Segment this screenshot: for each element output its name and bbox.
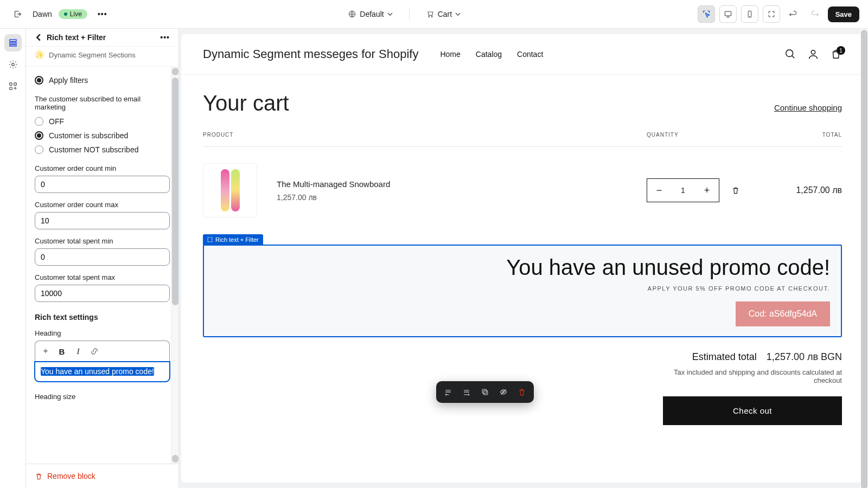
move-up-icon[interactable] — [443, 387, 454, 397]
context-selector[interactable]: Default — [342, 7, 398, 22]
rte-bold-icon[interactable]: B — [55, 344, 69, 358]
exit-icon[interactable] — [9, 5, 26, 23]
subscribe-no-option[interactable]: Customer NOT subscribed — [35, 143, 170, 157]
svg-rect-6 — [9, 42, 16, 44]
cart-item-row: The Multi-managed Snowboard 1,257.00 лв … — [203, 147, 842, 245]
product-image[interactable] — [203, 163, 257, 217]
subscribe-group-label: The customer subscribed to email marketi… — [35, 95, 170, 111]
panel-more-icon[interactable]: ••• — [160, 33, 170, 42]
spent-min-label: Customer total spent min — [35, 237, 170, 245]
subscribe-off-option[interactable]: OFF — [35, 114, 170, 129]
svg-point-8 — [11, 63, 14, 66]
panel-title: Rich text + Filter — [47, 33, 156, 42]
product-name[interactable]: The Multi-managed Snowboard — [277, 179, 647, 189]
order-max-input[interactable] — [35, 212, 170, 229]
duplicate-icon[interactable] — [480, 387, 490, 397]
svg-point-12 — [786, 50, 793, 57]
segment-subtext: APPLY YOUR 5% OFF PROMO CODE AT CHECKOUT… — [215, 285, 830, 292]
qty-plus-button[interactable]: + — [695, 179, 719, 202]
app-section-label: ✨ Dynamic Segment Sections — [26, 47, 178, 67]
cart-bag-icon[interactable]: 1 — [830, 48, 842, 60]
trash-icon — [35, 472, 43, 480]
quantity-stepper: − 1 + — [647, 178, 719, 202]
svg-rect-10 — [14, 83, 16, 86]
rte-section-title: Rich text settings — [35, 313, 170, 322]
live-badge: Live — [59, 9, 87, 19]
delete-block-icon[interactable] — [516, 387, 527, 397]
page-selector[interactable]: Cart — [420, 7, 466, 22]
checkout-button[interactable]: Check out — [663, 396, 842, 425]
cart-icon — [426, 10, 435, 18]
chevron-down-icon — [387, 11, 393, 17]
preview-area: Dynamic Segment messeges for Shopify Hom… — [179, 29, 868, 488]
svg-rect-5 — [9, 40, 16, 42]
svg-rect-11 — [9, 87, 12, 90]
settings-icon[interactable] — [4, 56, 22, 73]
rte-italic-icon[interactable]: I — [71, 344, 85, 358]
cart-count-badge: 1 — [837, 46, 845, 55]
rte-toolbar: B I — [35, 341, 170, 362]
move-down-icon[interactable] — [461, 387, 472, 397]
inspector-icon[interactable] — [698, 5, 715, 23]
product-price: 1,257.00 лв — [277, 193, 647, 202]
settings-panel: Rich text + Filter ••• ✨ Dynamic Segment… — [26, 29, 179, 488]
globe-icon — [348, 10, 356, 18]
save-button[interactable]: Save — [828, 7, 859, 22]
undo-icon[interactable] — [784, 5, 802, 23]
rte-ai-icon[interactable] — [39, 344, 53, 358]
est-total-value: 1,257.00 лв BGN — [767, 351, 842, 363]
cart-columns: PRODUCT QUANTITY TOTAL — [203, 132, 842, 147]
nav-rail — [0, 29, 26, 488]
store-nav: Home Catalog Contact — [440, 50, 543, 59]
more-icon[interactable]: ••• — [94, 5, 111, 23]
remove-item-button[interactable] — [731, 186, 740, 195]
continue-shopping-link[interactable]: Continue shopping — [774, 103, 842, 112]
mobile-icon[interactable] — [741, 5, 758, 23]
order-min-input[interactable] — [35, 176, 170, 193]
svg-rect-3 — [725, 11, 731, 16]
nav-home[interactable]: Home — [440, 50, 460, 59]
sidebar-scrollbar[interactable] — [171, 67, 178, 464]
qty-value[interactable]: 1 — [671, 186, 695, 195]
remove-block-button[interactable]: Remove block — [35, 472, 170, 480]
qty-minus-button[interactable]: − — [647, 179, 671, 202]
subscribe-yes-option[interactable]: Customer is subscribed — [35, 129, 170, 143]
segment-code: Cod: aS6dfg54dA — [736, 301, 830, 326]
segment-heading: You have an unused promo code! — [215, 255, 830, 280]
svg-rect-9 — [9, 83, 12, 86]
nav-contact[interactable]: Contact — [517, 50, 543, 59]
heading-input[interactable]: You have an unused promo code! — [35, 362, 170, 382]
tax-note: Tax included and shipping and discounts … — [663, 368, 842, 384]
fullscreen-icon[interactable] — [763, 5, 780, 23]
order-min-label: Customer order count min — [35, 164, 170, 172]
back-icon[interactable] — [35, 34, 42, 41]
sections-icon[interactable] — [4, 34, 22, 52]
store-header: Dynamic Segment messeges for Shopify Hom… — [181, 34, 864, 75]
preview-scrollbar[interactable] — [860, 29, 868, 488]
page-title: Your cart — [203, 91, 289, 115]
account-icon[interactable] — [807, 48, 819, 60]
svg-point-2 — [431, 16, 432, 17]
svg-rect-15 — [482, 389, 486, 393]
svg-rect-7 — [9, 45, 16, 47]
segment-rich-text-block[interactable]: Rich text + Filter You have an unused pr… — [203, 245, 842, 337]
hide-icon[interactable] — [498, 387, 509, 397]
svg-rect-16 — [484, 391, 488, 395]
spent-max-input[interactable] — [35, 285, 170, 302]
line-total: 1,257.00 лв — [766, 185, 842, 195]
svg-rect-14 — [208, 237, 212, 242]
spent-min-input[interactable] — [35, 248, 170, 266]
apply-filters-option[interactable]: Apply filters — [35, 73, 170, 87]
heading-size-label: Heading size — [35, 393, 170, 401]
desktop-icon[interactable] — [719, 5, 737, 23]
rte-link-icon[interactable] — [87, 344, 101, 358]
spent-max-label: Customer total spent max — [35, 273, 170, 281]
order-max-label: Customer order count max — [35, 201, 170, 209]
apps-icon[interactable] — [4, 78, 22, 95]
redo-icon[interactable] — [806, 5, 824, 23]
theme-name: Dawn — [33, 10, 52, 18]
search-icon[interactable] — [784, 48, 796, 60]
nav-catalog[interactable]: Catalog — [476, 50, 502, 59]
block-toolbar — [436, 381, 534, 403]
est-total-label: Estimated total — [692, 351, 757, 363]
